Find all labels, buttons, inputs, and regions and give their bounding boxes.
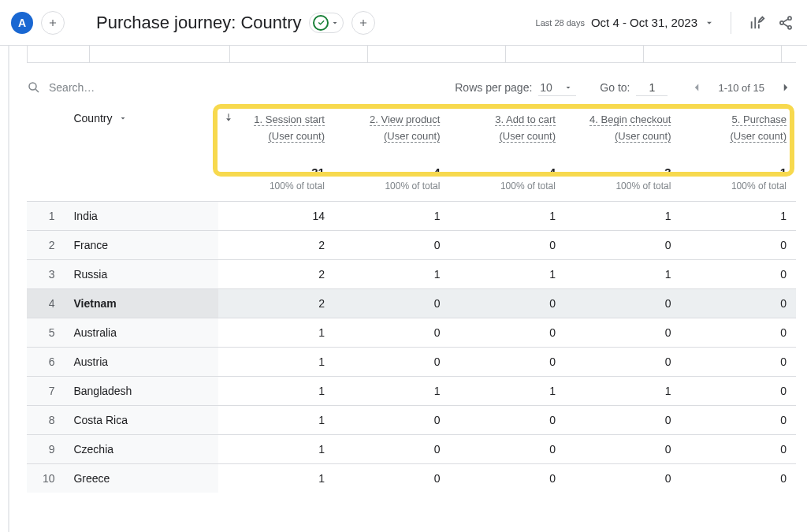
row-metric: 0 [565,318,681,347]
table-row[interactable]: 9Czechia10000 [27,434,796,463]
svg-point-3 [29,83,36,90]
row-metric: 2 [218,230,334,259]
row-metric: 0 [565,230,681,259]
column-header-view-product[interactable]: 2. View product (User count) [334,104,450,153]
row-metric: 0 [334,318,450,347]
status-chip[interactable] [309,13,344,33]
row-metric: 0 [334,405,450,434]
avatar[interactable]: A [11,12,33,34]
go-to-input[interactable]: 1 [636,80,668,96]
next-page-button[interactable] [775,77,796,98]
divider [731,12,731,34]
row-metric: 14 [218,201,334,230]
row-metric: 1 [449,376,565,405]
row-metric: 1 [218,405,334,434]
table-row[interactable]: 6Austria10000 [27,347,796,376]
dimension-picker[interactable]: Country [73,112,128,125]
caret-down-icon [330,18,340,28]
row-dimension: France [64,230,218,259]
checkmark-icon [313,15,329,31]
row-metric: 0 [680,376,796,405]
table-row[interactable]: 8Costa Rica10000 [27,405,796,434]
row-metric: 0 [334,463,450,493]
row-dimension: India [64,201,218,230]
prev-page-button[interactable] [686,77,707,98]
column-header-session-start[interactable]: 1. Session start (User count) [218,104,334,153]
add-card-button[interactable] [351,11,375,35]
row-dimension: Austria [64,347,218,376]
row-metric: 0 [449,347,565,376]
row-index: 7 [27,376,64,405]
date-range-picker[interactable]: Last 28 days Oct 4 - Oct 31, 2023 [536,16,715,29]
row-metric: 0 [449,288,565,318]
sort-desc-icon [223,112,234,123]
row-metric: 0 [449,463,565,493]
date-range-value: Oct 4 - Oct 31, 2023 [591,16,697,29]
row-metric: 0 [680,230,796,259]
row-dimension: Czechia [64,434,218,463]
row-metric: 2 [218,288,334,318]
plus-icon [358,17,369,28]
row-metric: 1 [565,376,681,405]
table-row[interactable]: 2France20000 [27,230,796,259]
row-metric: 0 [565,405,681,434]
row-dimension: Bangladesh [64,376,218,405]
row-metric: 0 [565,463,681,493]
page-title: Purchase journey: Country [96,13,301,33]
table-row[interactable]: 5Australia10000 [27,318,796,347]
plus-icon [47,17,58,28]
row-index: 1 [27,201,64,230]
chevron-left-icon [690,80,704,95]
column-header-purchase[interactable]: 5. Purchase (User count) [680,104,796,153]
row-metric: 1 [218,434,334,463]
table-row[interactable]: 3Russia21110 [27,259,796,288]
caret-down-icon [704,17,715,28]
date-range-label: Last 28 days [536,18,585,28]
table-row[interactable]: 4Vietnam20000 [27,288,796,318]
row-metric: 0 [680,405,796,434]
row-index: 4 [27,288,64,318]
funnel-tabs [27,46,796,63]
row-index: 2 [27,230,64,259]
row-metric: 0 [680,434,796,463]
row-index: 10 [27,463,64,493]
row-metric: 1 [334,201,450,230]
row-metric: 1 [218,463,334,493]
search-field[interactable] [27,80,232,95]
row-metric: 1 [449,259,565,288]
rows-per-page-select[interactable]: 10 [538,80,576,96]
row-metric: 0 [334,434,450,463]
caret-down-icon [563,83,573,92]
row-metric: 0 [680,288,796,318]
column-header-begin-checkout[interactable]: 4. Begin checkout (User count) [565,104,681,153]
table-row[interactable]: 10Greece10000 [27,463,796,493]
row-metric: 1 [565,201,681,230]
row-dimension: Greece [64,463,218,493]
rows-per-page-label: Rows per page: [455,81,532,94]
caret-down-icon [118,113,128,123]
customize-report-button[interactable] [747,13,768,33]
row-dimension: Australia [64,318,218,347]
search-input[interactable] [47,80,205,95]
go-to-label: Go to: [600,81,630,94]
table-row[interactable]: 1India141111 [27,201,796,230]
row-index: 5 [27,318,64,347]
row-metric: 0 [565,434,681,463]
row-index: 3 [27,259,64,288]
data-table: Country 1. Session start (User count) 2.… [27,104,796,493]
row-metric: 1 [334,259,450,288]
row-dimension: Russia [64,259,218,288]
column-header-add-to-cart[interactable]: 3. Add to cart (User count) [449,104,565,153]
row-metric: 0 [449,230,565,259]
row-metric: 1 [334,376,450,405]
share-button[interactable] [775,13,796,33]
table-row[interactable]: 7Bangladesh11110 [27,376,796,405]
row-metric: 0 [680,347,796,376]
page-range: 1-10 of 15 [718,82,764,94]
add-comparison-button[interactable] [41,11,65,35]
row-metric: 0 [449,318,565,347]
share-icon [778,15,794,31]
row-index: 6 [27,347,64,376]
row-dimension: Costa Rica [64,405,218,434]
row-metric: 0 [565,347,681,376]
